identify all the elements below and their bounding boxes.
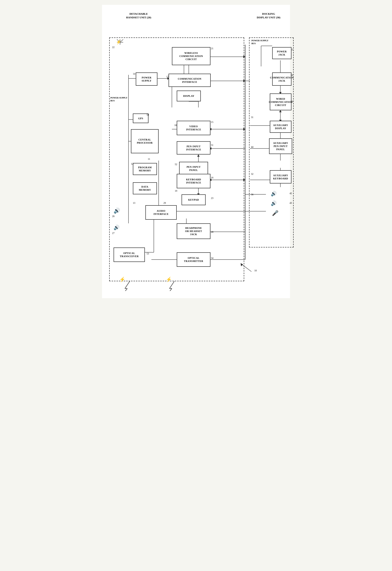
ref-12: 12: [131, 163, 133, 165]
optical-transceiver-box: OPTICALTRANSCEIVER: [113, 247, 145, 262]
keypad-box: KEYPAD: [182, 194, 206, 205]
ref-53: 53: [147, 252, 149, 255]
ref-22: 22: [112, 46, 114, 48]
wireless-comm-box: WIRELESSCOMMUNICATIONCIRCUIT: [172, 47, 210, 65]
lightning-left-icon: ⚡: [119, 276, 125, 282]
data-memory-box: DATAMEMORY: [133, 182, 157, 194]
lightning-right-icon: ⚡: [166, 276, 172, 282]
page: DETACHABLEHANDSET UNIT (20) DOCKINGDISPL…: [102, 5, 290, 298]
ref-26: 26: [112, 215, 114, 218]
pen-input-interface-box: PEN INPUTINTERFACE: [177, 141, 210, 154]
comm-interface-box: COMMUNICATIONINTERFACE: [168, 74, 211, 87]
ref-44: 44: [251, 146, 253, 148]
comm-jack-box: COMMUNICATIONJACK: [272, 73, 292, 86]
video-interface-box: VIDEOINTERFACE: [177, 121, 210, 135]
ref-36: 36: [251, 193, 253, 196]
docking-title-label: DOCKINGDISPLAY UNIT (30): [257, 12, 280, 20]
ref-58: 58: [147, 113, 149, 116]
svg-line-73: [125, 281, 130, 288]
speaker-left-icon: 🔊: [113, 208, 120, 214]
ref-34: 34: [291, 74, 293, 76]
svg-line-76: [169, 281, 174, 288]
svg-line-78: [167, 288, 172, 291]
ref-23: 23: [211, 197, 213, 199]
keyboard-interface-box: KEYBOARDINTERFACE: [177, 174, 210, 188]
ref-29: 29: [163, 202, 166, 204]
pen-input-panel-box: PEN INPUTPANEL: [179, 162, 208, 175]
speaker-right2-icon: 🔊: [271, 200, 277, 206]
display-box: DISPLAY: [177, 90, 201, 101]
ref-42: 42: [290, 192, 292, 195]
ref-16: 16: [211, 176, 213, 179]
handset-title-label: DETACHABLEHANDSET UNIT (20): [126, 12, 151, 20]
power-supply-bus-left-label: POWER SUPPLYBUS: [111, 97, 127, 102]
headphone-jack-box: HEADPHONEOR HEADSETJACK: [177, 223, 210, 239]
ref-15: 15: [211, 121, 213, 123]
ref-31: 31: [251, 116, 253, 119]
power-supply-bus-right-label: POWER SUPPLYBUS: [252, 39, 268, 45]
program-memory-box: PROGRAMMEMORY: [133, 163, 157, 175]
speaker-right1-icon: 🔊: [271, 191, 277, 196]
ref-18: 18: [174, 124, 177, 126]
gps-box: GPS: [133, 113, 149, 123]
aux-pen-panel-box: AUXILIARYPEN INPUTPANEL: [269, 138, 292, 154]
ref-32: 32: [251, 173, 253, 175]
ref-11: 11: [148, 158, 150, 160]
optical-transmitter-box: OPTICALTRANSMITTER: [177, 252, 210, 267]
central-processor-box: CENTRALPROCESSOR: [131, 129, 159, 153]
ref-27: 27: [112, 232, 114, 234]
ref-52: 52: [175, 163, 177, 166]
ref-13: 13: [133, 202, 135, 204]
ref-21: 21: [211, 47, 213, 50]
ref-17: 17: [166, 75, 169, 78]
ref-10: 10: [254, 269, 257, 272]
power-supply-box: POWERSUPPLY: [136, 73, 157, 86]
speaker-left2-icon: 🔊: [113, 225, 120, 230]
power-jack-box: POWERJACK: [272, 47, 292, 59]
svg-line-75: [123, 288, 127, 291]
ref-43: 43: [290, 202, 292, 204]
ref-14: 14: [133, 73, 135, 75]
diagram: ⚡ 22 POWERSUPPLY 14 POWER SUPPLYBUS GPS …: [107, 25, 285, 291]
audio-interface-box: AUDIOINTERFACE: [145, 205, 177, 220]
ref-51: 51: [211, 144, 213, 146]
wired-comm-box: WIREDCOMMUNICATIONCIRCUIT: [270, 93, 292, 110]
ref-19: 19: [175, 190, 177, 192]
microphone-icon: 🎤: [272, 210, 279, 216]
aux-display-box: AUXILIARYDISPLAY: [270, 121, 292, 133]
ref-33: 33: [291, 100, 293, 103]
antenna-icon: ⚡: [116, 39, 121, 45]
ref-28: 28: [211, 231, 213, 233]
aux-keyboard-box: AUXILIARYKEYBOARD: [270, 170, 292, 183]
ref-54: 54: [211, 257, 213, 259]
